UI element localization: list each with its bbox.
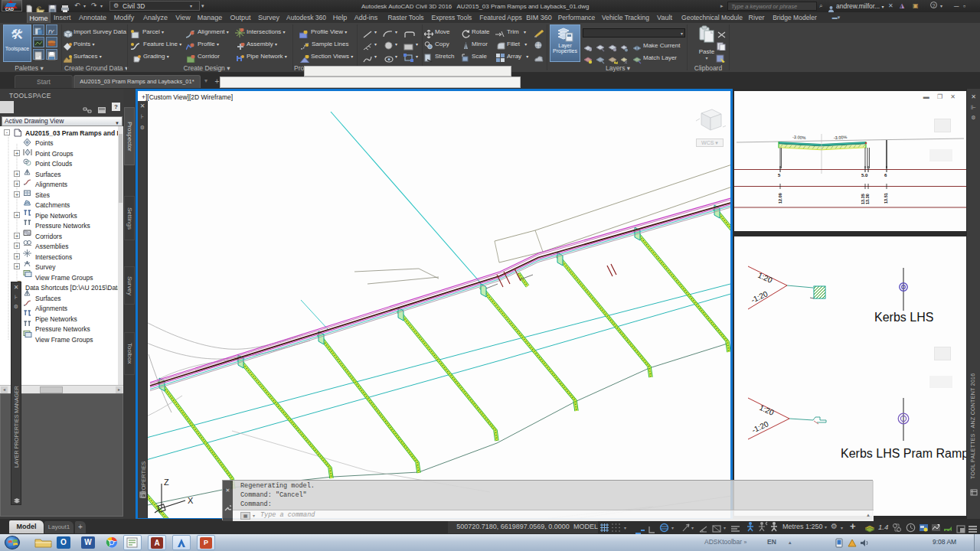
svg-text:1:20: 1:20 bbox=[758, 403, 776, 417]
svg-text:5: 5 bbox=[778, 173, 781, 178]
svg-text:12.09: 12.09 bbox=[778, 193, 782, 204]
svg-text:5.0: 5.0 bbox=[861, 173, 868, 178]
svg-text:-1:20: -1:20 bbox=[750, 419, 770, 435]
svg-text:fY: fY bbox=[48, 28, 54, 35]
svg-text:Kerbs LHS: Kerbs LHS bbox=[874, 311, 933, 324]
svg-text:Kerbs LHS Pram Ramp: Kerbs LHS Pram Ramp bbox=[841, 447, 966, 460]
svg-text:13.30: 13.30 bbox=[865, 194, 870, 204]
svg-text:6: 6 bbox=[884, 173, 887, 178]
svg-text:-3.00%: -3.00% bbox=[792, 135, 806, 140]
svg-text:-3.00%: -3.00% bbox=[834, 135, 848, 140]
svg-text:Z: Z bbox=[164, 478, 169, 487]
svg-text:1:20: 1:20 bbox=[756, 271, 774, 285]
svg-text:X: X bbox=[188, 496, 194, 505]
svg-text:13.51: 13.51 bbox=[884, 193, 888, 204]
